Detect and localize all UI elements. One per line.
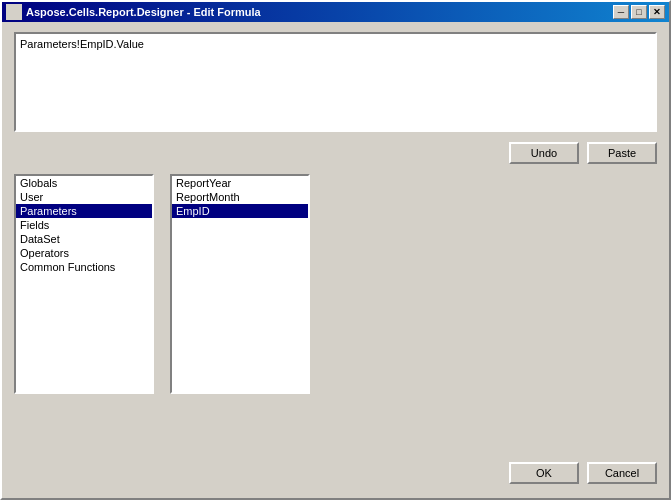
title-bar: Aspose.Cells.Report.Designer - Edit Form… <box>2 2 669 22</box>
title-bar-left: Aspose.Cells.Report.Designer - Edit Form… <box>6 4 261 20</box>
close-button[interactable]: ✕ <box>649 5 665 19</box>
list-item[interactable]: EmpID <box>172 204 308 218</box>
lists-container: GlobalsUserParametersFieldsDataSetOperat… <box>14 174 657 394</box>
value-list[interactable]: ReportYearReportMonthEmpID <box>170 174 310 394</box>
content-area: Undo Paste GlobalsUserParametersFieldsDa… <box>2 22 669 498</box>
app-icon <box>6 4 22 20</box>
formula-input[interactable] <box>14 32 657 132</box>
list-item[interactable]: User <box>16 190 152 204</box>
window-title: Aspose.Cells.Report.Designer - Edit Form… <box>26 6 261 18</box>
list-item[interactable]: Parameters <box>16 204 152 218</box>
maximize-button[interactable]: □ <box>631 5 647 19</box>
paste-button[interactable]: Paste <box>587 142 657 164</box>
main-window: Aspose.Cells.Report.Designer - Edit Form… <box>0 0 671 500</box>
cancel-button[interactable]: Cancel <box>587 462 657 484</box>
minimize-button[interactable]: ─ <box>613 5 629 19</box>
ok-button[interactable]: OK <box>509 462 579 484</box>
category-list[interactable]: GlobalsUserParametersFieldsDataSetOperat… <box>14 174 154 394</box>
list-item[interactable]: Globals <box>16 176 152 190</box>
list-item[interactable]: Operators <box>16 246 152 260</box>
list-item[interactable]: Fields <box>16 218 152 232</box>
title-bar-controls: ─ □ ✕ <box>613 5 665 19</box>
top-button-row: Undo Paste <box>14 142 657 164</box>
undo-button[interactable]: Undo <box>509 142 579 164</box>
bottom-button-row: OK Cancel <box>509 462 657 484</box>
list-item[interactable]: ReportYear <box>172 176 308 190</box>
list-item[interactable]: ReportMonth <box>172 190 308 204</box>
list-item[interactable]: Common Functions <box>16 260 152 274</box>
list-item[interactable]: DataSet <box>16 232 152 246</box>
